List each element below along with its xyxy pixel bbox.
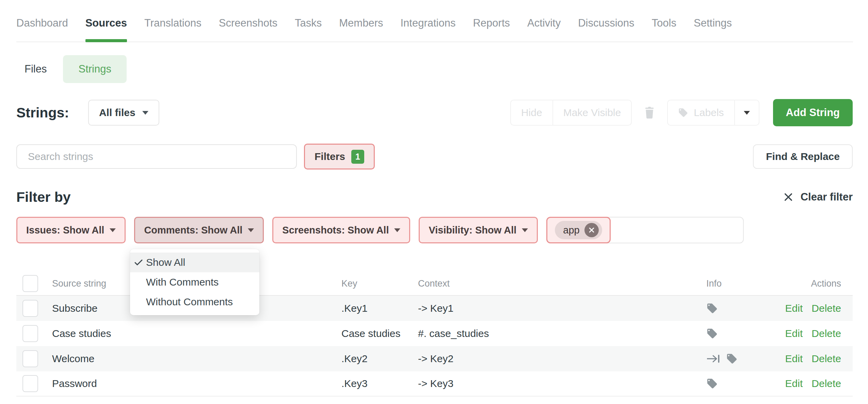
filter-pills-row: Issues: Show All Comments: Show All Scre… [16,217,744,243]
close-icon [588,227,595,233]
menu-item-with-comments[interactable]: With Comments [130,272,259,292]
tab-files[interactable]: Files [16,63,55,75]
delete-link[interactable]: Delete [811,303,841,314]
table-row: Case studies Case studies #. case_studie… [16,321,853,346]
labels-filter-input[interactable]: app [546,217,744,243]
labels-indicator[interactable] [706,328,718,339]
labels-indicator[interactable] [706,303,718,314]
menu-item-without-comments[interactable]: Without Comments [130,292,259,312]
filter-comments-label: Comments: Show All [144,225,242,236]
nav-item-discussions[interactable]: Discussions [578,9,634,42]
key-cell: .Key2 [341,353,418,365]
clear-filter-button[interactable]: Clear filter [784,191,853,203]
strings-toolbar: Strings: All files Hide Make Visible Lab… [16,99,853,126]
delete-link[interactable]: Delete [811,378,841,389]
tag-icon [678,108,688,118]
nav-item-screenshots[interactable]: Screenshots [219,9,277,42]
source-subtabs: Files Strings [16,55,127,83]
nav-item-settings[interactable]: Settings [694,9,732,42]
filter-issues-label: Issues: Show All [26,225,104,236]
filter-by-row: Filter by Clear filter [16,187,853,208]
top-nav: Dashboard Sources Translations Screensho… [16,9,853,42]
table-row: Welcome .Key2 -> Key2 Edit Delete [16,346,853,371]
delete-link[interactable]: Delete [811,353,841,365]
filter-screenshots-dropdown[interactable]: Screenshots: Show All [272,217,410,243]
file-filter-label: All files [99,107,135,118]
nav-item-reports[interactable]: Reports [473,9,510,42]
col-header-actions: Actions [788,278,853,289]
select-all-checkbox[interactable] [22,275,38,292]
chevron-down-icon [142,111,148,115]
tab-strings[interactable]: Strings [63,55,126,83]
labels-button[interactable]: Labels [668,100,734,125]
nav-item-members[interactable]: Members [339,9,383,42]
source-string-cell: Password [52,378,341,389]
labels-button-label: Labels [694,107,724,118]
menu-item-label: With Comments [146,276,219,288]
edit-link[interactable]: Edit [785,328,803,339]
remove-label-button[interactable] [584,223,599,237]
file-filter-dropdown[interactable]: All files [88,100,159,126]
nav-item-tasks[interactable]: Tasks [295,9,322,42]
nav-item-activity[interactable]: Activity [527,9,561,42]
labels-dropdown-button[interactable] [734,100,759,125]
nav-item-tools[interactable]: Tools [652,9,676,42]
search-input[interactable] [16,144,297,169]
make-visible-button[interactable]: Make Visible [552,100,631,125]
clear-filter-label: Clear filter [801,191,853,203]
selected-label-box: app [546,217,610,243]
context-cell: -> Key1 [418,303,700,314]
close-icon [784,192,793,202]
arrow-to-bar-icon [706,354,720,364]
delete-link[interactable]: Delete [811,328,841,339]
chevron-down-icon [394,228,400,232]
row-checkbox[interactable] [22,325,38,342]
filters-button-label: Filters [315,151,345,162]
labels-indicator[interactable] [706,378,718,389]
find-replace-button[interactable]: Find & Replace [753,144,853,169]
chevron-down-icon [248,228,254,232]
context-cell: -> Key2 [418,353,700,365]
trash-icon [644,106,655,119]
delete-strings-button[interactable] [644,106,655,119]
check-icon [133,257,144,270]
menu-item-label: Without Comments [146,296,233,308]
filters-count-badge: 1 [351,150,364,164]
tag-icon [726,353,738,365]
row-checkbox[interactable] [22,350,38,367]
label-tag-app[interactable]: app [555,221,602,239]
comments-filter-menu: Show All With Comments Without Comments [130,249,259,315]
filter-visibility-dropdown[interactable]: Visibility: Show All [419,217,538,243]
filter-comments-dropdown[interactable]: Comments: Show All [134,217,264,243]
strings-page: Dashboard Sources Translations Screensho… [0,0,868,404]
row-checkbox[interactable] [22,375,38,392]
source-string-cell: Welcome [52,353,341,365]
hide-button[interactable]: Hide [511,100,552,125]
context-cell: -> Key3 [418,378,700,389]
labels-button-group: Labels [667,100,759,126]
tag-icon [706,378,718,389]
col-header-info: Info [700,278,788,289]
label-tag-text: app [563,225,579,236]
nav-item-translations[interactable]: Translations [144,9,202,42]
key-cell: Case studies [341,328,418,339]
filter-screenshots-label: Screenshots: Show All [282,225,389,236]
nav-item-sources[interactable]: Sources [85,9,127,42]
edit-link[interactable]: Edit [785,353,803,365]
row-checkbox[interactable] [22,300,38,317]
chevron-down-icon [522,228,528,232]
add-string-button[interactable]: Add String [773,99,853,126]
key-cell: .Key3 [341,378,418,389]
chevron-down-icon [744,111,750,115]
tag-icon [706,303,718,314]
labels-indicator[interactable] [726,353,738,365]
nav-item-integrations[interactable]: Integrations [400,9,455,42]
menu-item-label: Show All [146,257,185,268]
filters-button[interactable]: Filters 1 [304,144,375,169]
filter-issues-dropdown[interactable]: Issues: Show All [16,217,126,243]
nav-item-dashboard[interactable]: Dashboard [16,9,68,42]
edit-link[interactable]: Edit [785,378,803,389]
menu-item-show-all[interactable]: Show All [130,253,259,272]
edit-link[interactable]: Edit [785,303,803,314]
filter-by-title: Filter by [16,189,70,205]
